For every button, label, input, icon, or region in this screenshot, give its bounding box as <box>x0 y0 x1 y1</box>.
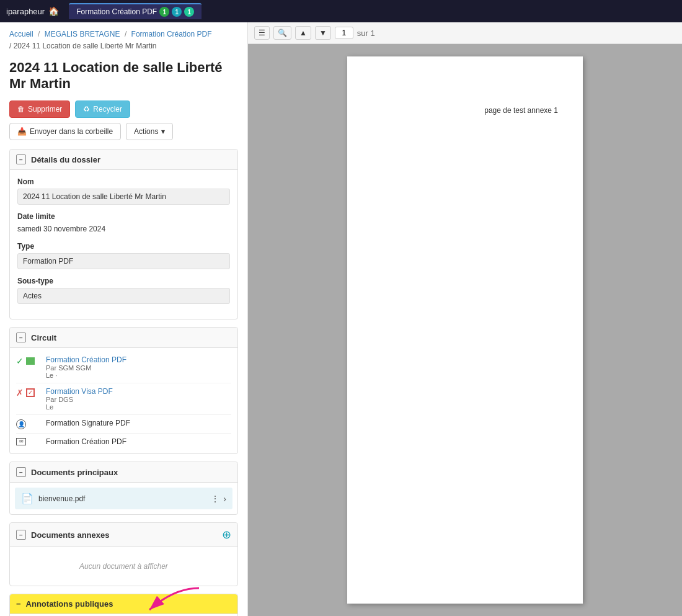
collapse-details-icon[interactable]: − <box>16 154 26 164</box>
add-annexe-button[interactable]: ⊕ <box>222 528 231 542</box>
button-row-2: 📥 Envoyer dans la corbeille Actions ▾ <box>9 123 238 140</box>
circuit-par-1: Par SGM SGM <box>46 364 231 372</box>
nom-value: 2024 11 Location de salle Liberté Mr Mar… <box>17 189 230 205</box>
circuit-icons-4: ✉ <box>16 437 41 445</box>
prev-page-button[interactable]: ▲ <box>295 26 311 40</box>
circuit-icons-3: 👤 <box>16 419 41 429</box>
docs-annexes-title: Documents annexes <box>31 530 109 540</box>
breadcrumb-current: 2024 11 Location de salle Liberté Mr Mar… <box>14 42 157 50</box>
sidebar-toggle-button[interactable]: ☰ <box>254 26 270 40</box>
actions-button[interactable]: Actions ▾ <box>126 123 173 140</box>
date-limite-value: samedi 30 novembre 2024 <box>17 223 230 234</box>
left-panel: Accueil / MEGALIS BRETAGNE / Formation C… <box>0 22 248 616</box>
type-field: Type Formation PDF <box>17 242 230 269</box>
document-item: 📄 bienvenue.pdf ⋮ › <box>15 488 232 509</box>
details-card: − Détails du dossier Nom 2024 11 Locatio… <box>9 149 238 319</box>
search-pdf-button[interactable]: 🔍 <box>273 26 291 40</box>
breadcrumb-formation[interactable]: Formation Création PDF <box>131 30 212 38</box>
collapse-docs-principaux-icon[interactable]: − <box>16 467 26 477</box>
circuit-name-3: Formation Signature PDF <box>46 419 231 427</box>
circuit-info-3: Formation Signature PDF <box>46 419 231 427</box>
circuit-le-1: Le · <box>46 372 231 379</box>
collapse-annotations-icon[interactable]: − <box>16 599 21 609</box>
details-card-header: − Détails du dossier <box>10 150 237 170</box>
recycler-button[interactable]: ♻ Recycler <box>75 100 130 118</box>
app-title: iparapheur <box>6 7 45 16</box>
circuit-card: − Circuit ✓ Formation Création PDF Par S… <box>9 327 238 454</box>
collapse-docs-annexes-icon[interactable]: − <box>16 530 26 540</box>
pdf-content: page de test annexe 1 <box>248 44 682 616</box>
circuit-par-2: Par DGS <box>46 396 231 403</box>
next-page-button[interactable]: ▼ <box>315 26 331 40</box>
page-total: sur 1 <box>357 29 375 38</box>
checkbox-icon <box>26 388 35 397</box>
person-icon: 👤 <box>16 419 26 429</box>
check-icon: ✓ <box>16 356 24 366</box>
right-panel: ☰ 🔍 ▲ ▼ sur 1 page de test annexe 1 <box>248 22 682 616</box>
docs-annexes-card: − Documents annexes ⊕ Aucun document à a… <box>9 522 238 586</box>
chevron-down-icon: ▾ <box>161 127 165 136</box>
type-value: Formation PDF <box>17 253 230 269</box>
inbox-icon: 📥 <box>17 127 27 136</box>
annotations-title: Annotations publiques <box>26 599 113 609</box>
badge-3: 1 <box>184 7 194 17</box>
pdf-page: page de test annexe 1 <box>347 56 583 604</box>
circuit-icons-2: ✗ <box>16 387 41 398</box>
trash-icon: 🗑 <box>17 105 25 114</box>
main-layout: Accueil / MEGALIS BRETAGNE / Formation C… <box>0 22 682 616</box>
doc-name[interactable]: bienvenue.pdf <box>38 494 206 503</box>
sous-type-value: Actes <box>17 288 230 304</box>
active-tab[interactable]: Formation Création PDF 1 1 1 <box>69 3 202 19</box>
circuit-card-body: ✓ Formation Création PDF Par SGM SGM Le … <box>10 348 237 453</box>
breadcrumb-megalis[interactable]: MEGALIS BRETAGNE <box>45 30 120 38</box>
no-docs-label: Aucun document à afficher <box>17 555 230 578</box>
top-navigation: iparapheur 🏠 Formation Création PDF 1 1 … <box>0 0 682 22</box>
flag-icon <box>26 357 35 365</box>
circuit-title: Circuit <box>31 333 56 342</box>
badge-2: 1 <box>172 7 182 17</box>
sep-3: / <box>9 42 14 50</box>
circuit-info-4: Formation Création PDF <box>46 437 231 446</box>
badge-1: 1 <box>159 7 169 17</box>
circuit-item-2: ✗ Formation Visa PDF Par DGS Le <box>16 383 231 415</box>
pink-arrow <box>125 582 205 616</box>
circuit-name-1: Formation Création PDF <box>46 355 231 364</box>
recycle-icon: ♻ <box>83 105 90 114</box>
breadcrumb-accueil[interactable]: Accueil <box>9 30 33 38</box>
circuit-item-4: ✉ Formation Création PDF <box>16 434 231 450</box>
sep-1: / <box>38 30 40 38</box>
x-icon: ✗ <box>16 388 24 398</box>
page-number-input[interactable] <box>335 27 353 39</box>
docs-annexes-header: − Documents annexes ⊕ <box>10 523 237 547</box>
docs-annexes-body: Aucun document à afficher <box>10 547 237 586</box>
date-limite-field: Date limite samedi 30 novembre 2024 <box>17 212 230 234</box>
nom-label: Nom <box>17 177 230 186</box>
docs-principaux-title: Documents principaux <box>31 468 118 477</box>
doc-icon: 📄 <box>21 493 33 504</box>
circuit-le-2: Le <box>46 403 231 411</box>
docs-principaux-body: 📄 bienvenue.pdf ⋮ › <box>10 483 237 514</box>
home-icon[interactable]: 🏠 <box>48 6 59 16</box>
pdf-toolbar: ☰ 🔍 ▲ ▼ sur 1 <box>248 22 682 44</box>
doc-actions: ⋮ › <box>211 494 226 504</box>
details-card-body: Nom 2024 11 Location de salle Liberté Mr… <box>10 170 237 319</box>
details-title: Détails du dossier <box>31 155 100 164</box>
annotations-header: − Annotations publiques <box>10 594 237 614</box>
annotations-card: − Annotations publiques Erreur nom de fa… <box>9 594 238 616</box>
circuit-name-2: Formation Visa PDF <box>46 387 231 396</box>
breadcrumb: Accueil / MEGALIS BRETAGNE / Formation C… <box>9 29 238 52</box>
circuit-info-2: Formation Visa PDF Par DGS Le <box>46 387 231 411</box>
circuit-item-3: 👤 Formation Signature PDF <box>16 415 231 434</box>
supprimer-button[interactable]: 🗑 Supprimer <box>9 100 70 118</box>
circuit-card-header: − Circuit <box>10 328 237 348</box>
pdf-page-text: page de test annexe 1 <box>484 106 558 115</box>
envoyer-corbeille-button[interactable]: 📥 Envoyer dans la corbeille <box>9 123 121 140</box>
collapse-circuit-icon[interactable]: − <box>16 333 26 342</box>
doc-expand-button[interactable]: › <box>223 494 226 504</box>
nom-field: Nom 2024 11 Location de salle Liberté Mr… <box>17 177 230 205</box>
circuit-name-4: Formation Création PDF <box>46 437 231 446</box>
doc-more-button[interactable]: ⋮ <box>211 494 219 504</box>
sep-2: / <box>125 30 126 38</box>
app-name-area: iparapheur 🏠 <box>6 6 59 16</box>
tab-label: Formation Création PDF <box>76 7 157 16</box>
